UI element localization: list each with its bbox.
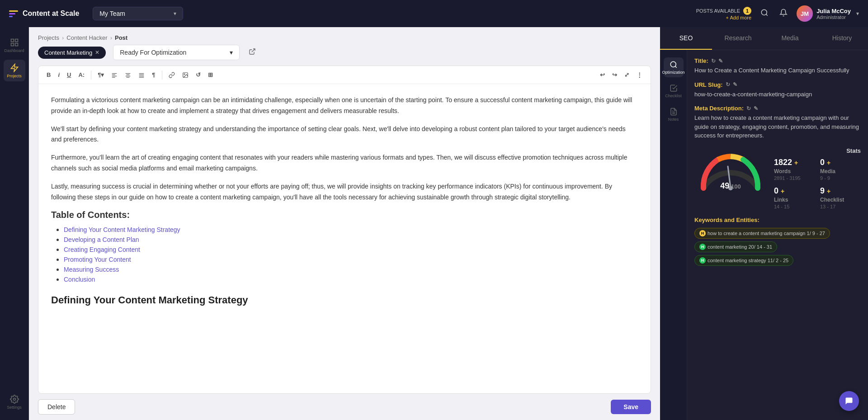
tag-remove-button[interactable]: ✕ bbox=[95, 49, 99, 56]
stats-column: Stats 1822 + Words 2891 - 3195 bbox=[774, 147, 861, 209]
toc-item-5: Measuring Success bbox=[64, 265, 638, 274]
status-dropdown[interactable]: Ready For Optimization ▾ bbox=[113, 45, 240, 60]
stat-media-value: 0 + bbox=[820, 158, 861, 167]
fullscreen-button[interactable]: ⤢ bbox=[622, 70, 632, 80]
title-field-label: Title: ↻ ✎ bbox=[694, 57, 861, 64]
tab-history[interactable]: History bbox=[816, 27, 868, 50]
external-link-button[interactable] bbox=[247, 46, 258, 59]
underline-button[interactable]: U bbox=[64, 70, 74, 80]
seo-details: Title: ↻ ✎ How to Create a Content Marke… bbox=[687, 50, 868, 420]
tab-research[interactable]: Research bbox=[712, 27, 764, 50]
toc-link-4[interactable]: Promoting Your Content bbox=[64, 256, 131, 263]
left-sidebar: Dashboard Projects Settings bbox=[0, 27, 29, 420]
editor-box: B i U A: ¶▾ bbox=[38, 66, 651, 394]
more-button[interactable]: ⊞ bbox=[205, 70, 216, 80]
keyword-chip-text-3: content marketing strategy 11/ 2 - 25 bbox=[708, 258, 788, 263]
breadcrumb-projects[interactable]: Projects bbox=[38, 34, 59, 41]
keyword-chip-dot-2: H bbox=[699, 244, 706, 250]
keyword-chip-2[interactable]: H content marketing 20/ 14 - 31 bbox=[694, 241, 777, 252]
toc-link-2[interactable]: Developing a Content Plan bbox=[64, 236, 139, 243]
breadcrumb-sep-1: › bbox=[62, 34, 64, 41]
paragraph-1: Formulating a victorious content marketi… bbox=[51, 95, 638, 117]
meta-edit-icon[interactable]: ✎ bbox=[754, 105, 758, 112]
optimization-icon-btn[interactable]: Optimization bbox=[664, 57, 684, 77]
keywords-title: Keywords and Entities: bbox=[694, 217, 861, 223]
align-left-button[interactable] bbox=[108, 70, 120, 80]
search-button[interactable] bbox=[759, 7, 770, 21]
sidebar-item-dashboard[interactable]: Dashboard bbox=[4, 34, 25, 56]
paragraph-2: We'll start by defining your content mar… bbox=[51, 124, 638, 146]
meta-refresh-icon[interactable]: ↻ bbox=[746, 105, 751, 112]
keyword-chip-3[interactable]: H content marketing strategy 11/ 2 - 25 bbox=[694, 255, 793, 266]
optimization-btn-label: Optimization bbox=[662, 70, 684, 75]
undo-button[interactable]: ↩ bbox=[597, 70, 608, 80]
font-size-button[interactable]: A: bbox=[75, 70, 87, 80]
bold-button[interactable]: B bbox=[44, 70, 53, 80]
stat-links-range: 14 - 15 bbox=[774, 204, 815, 209]
team-label: My Team bbox=[99, 10, 125, 17]
delete-button[interactable]: Delete bbox=[38, 399, 75, 415]
keyword-chip-1[interactable]: H how to create a content marketing camp… bbox=[694, 228, 830, 239]
score-section: 49/100 Stats 1822 + bbox=[694, 147, 861, 209]
keyword-chip-dot-1: H bbox=[699, 230, 706, 236]
toc-item-2: Developing a Content Plan bbox=[64, 236, 638, 244]
stat-media: 0 + Media 9 - 9 bbox=[820, 158, 861, 181]
image-button[interactable] bbox=[179, 70, 191, 80]
stat-words: 1822 + Words 2891 - 3195 bbox=[774, 158, 815, 181]
list-button[interactable] bbox=[136, 70, 147, 80]
chat-bubble-button[interactable] bbox=[839, 391, 859, 411]
stat-checklist-value: 9 + bbox=[820, 186, 861, 196]
paragraph-4: Lastly, measuring success is crucial in … bbox=[51, 181, 638, 203]
title-edit-icon[interactable]: ✎ bbox=[718, 58, 723, 64]
notes-icon-btn[interactable]: Notes bbox=[664, 104, 684, 124]
toc-link-6[interactable]: Conclusion bbox=[64, 276, 95, 283]
toc-link-1[interactable]: Defining Your Content Marketing Strategy bbox=[64, 226, 180, 233]
svg-rect-16 bbox=[139, 73, 144, 73]
toc-link-5[interactable]: Measuring Success bbox=[64, 266, 119, 273]
editor-wrapper: B i U A: ¶▾ bbox=[29, 66, 660, 394]
add-more-link[interactable]: + Add more bbox=[726, 15, 752, 20]
stats-grid: 1822 + Words 2891 - 3195 0 + bbox=[774, 158, 861, 209]
indent-button[interactable]: ¶ bbox=[149, 70, 158, 80]
tab-media[interactable]: Media bbox=[764, 27, 816, 50]
user-role: Administrator bbox=[816, 14, 851, 20]
toc-item-4: Promoting Your Content bbox=[64, 255, 638, 264]
paragraph-3: Furthermore, you'll learn the art of cre… bbox=[51, 152, 638, 174]
slug-edit-icon[interactable]: ✎ bbox=[733, 81, 737, 88]
svg-rect-9 bbox=[112, 74, 115, 75]
user-name: Julia McCoy bbox=[816, 8, 851, 14]
save-button[interactable]: Save bbox=[611, 400, 651, 414]
align-button[interactable] bbox=[122, 70, 134, 80]
sidebar-item-projects[interactable]: Projects bbox=[4, 60, 25, 81]
svg-rect-13 bbox=[127, 74, 130, 75]
tab-seo[interactable]: SEO bbox=[660, 27, 712, 50]
options-button[interactable]: ⋮ bbox=[634, 70, 645, 80]
italic-button[interactable]: i bbox=[55, 70, 62, 80]
sidebar-item-settings[interactable]: Settings bbox=[4, 391, 25, 413]
toc-link-3[interactable]: Creating Engaging Content bbox=[64, 246, 140, 253]
redo2-button[interactable]: ↪ bbox=[609, 70, 620, 80]
sidebar-dashboard-label: Dashboard bbox=[4, 48, 24, 53]
notifications-button[interactable] bbox=[778, 7, 789, 21]
title-refresh-icon[interactable]: ↻ bbox=[711, 58, 716, 64]
editor-content[interactable]: Formulating a victorious content marketi… bbox=[38, 84, 651, 393]
svg-point-6 bbox=[13, 398, 15, 400]
svg-rect-4 bbox=[15, 43, 18, 46]
checklist-icon-btn[interactable]: Checklist bbox=[664, 81, 684, 101]
chevron-down-icon: ▾ bbox=[174, 10, 176, 17]
stat-checklist-range: 13 - 17 bbox=[820, 204, 861, 209]
team-selector[interactable]: My Team ▾ bbox=[93, 7, 183, 20]
posts-available: POSTS AVAILABLE 1 + Add more bbox=[696, 7, 751, 20]
link-button[interactable] bbox=[166, 70, 178, 80]
breadcrumb-content-hacker[interactable]: Content Hacker bbox=[66, 34, 107, 41]
user-area[interactable]: JM Julia McCoy Administrator ▾ bbox=[797, 5, 859, 22]
paragraph-button[interactable]: ¶▾ bbox=[95, 70, 107, 80]
right-tabs: SEO Research Media History bbox=[660, 27, 868, 50]
layout: Dashboard Projects Settings Projects › C… bbox=[0, 27, 868, 420]
title-value: How to Create a Content Marketing Campai… bbox=[694, 66, 861, 75]
redo-button[interactable]: ↺ bbox=[193, 70, 203, 80]
svg-rect-17 bbox=[139, 74, 144, 75]
slug-refresh-icon[interactable]: ↻ bbox=[726, 81, 730, 88]
svg-rect-14 bbox=[126, 76, 131, 76]
svg-marker-5 bbox=[11, 64, 18, 71]
